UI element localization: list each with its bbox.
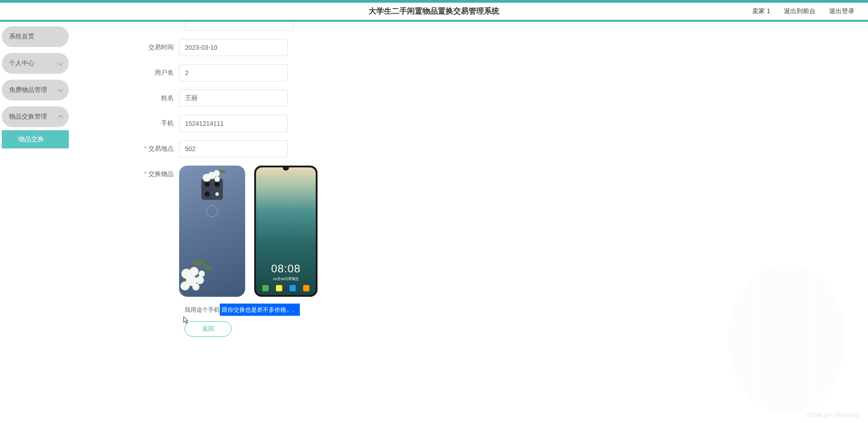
partial-input-top[interactable]: [185, 22, 293, 31]
username-input[interactable]: [179, 64, 288, 81]
return-button[interactable]: 返回: [185, 321, 232, 337]
exit-to-front-link[interactable]: 退出到前台: [784, 7, 816, 15]
header-right: 卖家 1 退出到前台 退出登录: [752, 7, 854, 15]
form-row-trade-time: 交易时间: [84, 39, 854, 56]
cursor-icon: [183, 316, 190, 324]
trade-time-label: 交易时间: [84, 39, 179, 52]
sidebar-item-free-goods[interactable]: 免费物品管理: [2, 80, 69, 100]
message-highlighted: 跟你交换也是差不多价格。。: [220, 304, 300, 316]
form-row-phone: 手机: [84, 115, 854, 132]
sidebar-item-label: 物品交换管理: [9, 113, 47, 121]
logout-link[interactable]: 退出登录: [829, 7, 854, 15]
fingerprint-icon: [206, 205, 218, 217]
user-label[interactable]: 卖家 1: [752, 7, 770, 15]
phone-notch-icon: [283, 167, 289, 171]
exchange-item-label: *交换物品: [84, 166, 179, 178]
phone-back-image: [179, 166, 245, 297]
page-title: 大学生二手闲置物品置换交易管理系统: [369, 6, 499, 16]
message-prefix: 我用这个手机: [185, 306, 220, 313]
decorative-circle-pattern: [728, 265, 845, 414]
header: 大学生二手闲置物品置换交易管理系统 卖家 1 退出到前台 退出登录: [0, 3, 868, 20]
name-input[interactable]: [179, 90, 288, 107]
sidebar-sub-exchange[interactable]: 物品交换: [2, 130, 69, 148]
form-row-name: 姓名: [84, 90, 854, 107]
exchange-item-images: 08:08 10月26日星期五: [179, 166, 318, 297]
phone-date-display: 10月26日星期五: [256, 276, 316, 281]
location-label: *交易地点: [84, 140, 179, 153]
phone-input[interactable]: [179, 115, 288, 132]
sidebar-item-label: 个人中心: [9, 59, 34, 67]
watermark: CSDN @小蔡coding: [806, 411, 859, 419]
phone-dock: [259, 284, 313, 292]
phone-front-image: 08:08 10月26日星期五: [254, 166, 318, 297]
sidebar-item-exchange-mgmt[interactable]: 物品交换管理: [2, 106, 69, 127]
location-input[interactable]: [179, 140, 288, 157]
form-row-location: *交易地点: [84, 140, 854, 157]
name-label: 姓名: [84, 90, 179, 102]
sidebar-item-personal[interactable]: 个人中心: [2, 53, 69, 74]
form-row-username: 用户名: [84, 64, 854, 81]
sidebar-item-label: 免费物品管理: [9, 86, 47, 94]
phone-label: 手机: [84, 115, 179, 128]
username-label: 用户名: [84, 64, 179, 77]
phone-time-display: 08:08: [256, 262, 316, 275]
sidebar-item-home[interactable]: 系统首页: [2, 26, 69, 47]
trade-time-input[interactable]: [179, 39, 288, 56]
sidebar: 系统首页 个人中心 免费物品管理 物品交换管理 物品交换: [0, 22, 71, 423]
